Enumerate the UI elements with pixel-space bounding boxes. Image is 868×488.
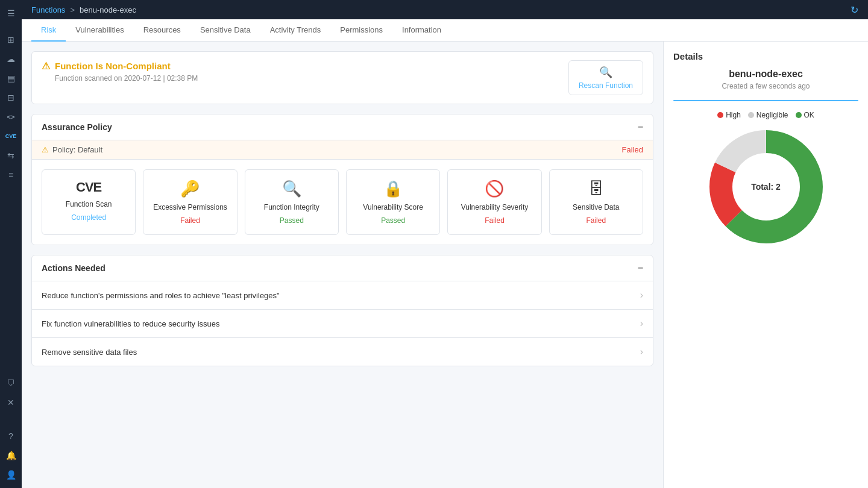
sidebar-code-icon[interactable]: <> bbox=[2, 108, 19, 125]
tab-permissions[interactable]: Permissions bbox=[330, 19, 392, 42]
check-cards-container: CVE Function Scan Completed 🔑 Excessive … bbox=[32, 160, 653, 245]
actions-needed-collapse-icon[interactable]: − bbox=[638, 263, 643, 274]
check-title-vulnerability-score: Vulnerability Score bbox=[363, 203, 423, 211]
check-card-function-integrity: 🔍 Function Integrity Passed bbox=[245, 169, 339, 235]
details-function-name: benu-node-exec bbox=[673, 69, 858, 80]
action-chevron-3: › bbox=[640, 346, 643, 357]
tab-bar: Risk Vulnerabilities Resources Sensitive… bbox=[22, 19, 868, 42]
sidebar-dashboard-icon[interactable]: ⊞ bbox=[2, 31, 19, 48]
top-header: Functions > benu-node-exec ↻ bbox=[22, 0, 868, 19]
check-title-excessive-permissions: Excessive Permissions bbox=[153, 203, 227, 211]
rescan-function-button[interactable]: 🔍 Rescan Function bbox=[568, 60, 643, 95]
alert-title-text: Function Is Non-Compliant bbox=[55, 61, 171, 71]
sidebar-user-icon[interactable]: 👤 bbox=[2, 466, 19, 483]
cve-icon: CVE bbox=[76, 180, 101, 195]
sidebar-share-icon[interactable]: ⇆ bbox=[2, 147, 19, 164]
check-card-sensitive-data: 🗄 Sensitive Data Failed bbox=[549, 169, 643, 235]
assurance-policy-title: Assurance Policy bbox=[42, 122, 112, 132]
sidebar-server-icon[interactable]: ▤ bbox=[2, 70, 19, 87]
block-icon: 🚫 bbox=[485, 180, 504, 198]
tab-information[interactable]: Information bbox=[392, 19, 451, 42]
legend-negligible: Negligible bbox=[748, 111, 788, 119]
check-status-function-integrity: Passed bbox=[280, 216, 304, 225]
donut-chart: Total: 2 bbox=[673, 127, 858, 247]
action-text-2: Fix function vulnerabilities to reduce s… bbox=[42, 319, 220, 328]
tab-risk[interactable]: Risk bbox=[31, 19, 66, 42]
check-card-vulnerability-score: 🔒 Vulnerability Score Passed bbox=[346, 169, 440, 235]
policy-name-text: Policy: Default bbox=[52, 145, 102, 154]
key-icon: 🔑 bbox=[180, 180, 200, 198]
details-created: Created a few seconds ago bbox=[673, 82, 858, 90]
sidebar-wrench-icon[interactable]: ✕ bbox=[2, 394, 19, 411]
action-item-2[interactable]: Fix function vulnerabilities to reduce s… bbox=[32, 310, 653, 338]
legend-label-high: High bbox=[726, 111, 741, 119]
donut-total-label: Total: 2 bbox=[751, 182, 781, 192]
sidebar-list-icon[interactable]: ≡ bbox=[2, 166, 19, 183]
check-status-function-scan: Completed bbox=[71, 213, 106, 222]
assurance-policy-header: Assurance Policy − bbox=[32, 114, 653, 140]
check-status-vulnerability-score: Passed bbox=[381, 216, 405, 225]
legend-ok: OK bbox=[796, 111, 814, 119]
sidebar-grid-icon[interactable]: ⊟ bbox=[2, 89, 19, 106]
content-area: ⚠ Function Is Non-Compliant Function sca… bbox=[22, 42, 868, 488]
warning-triangle-icon: ⚠ bbox=[42, 60, 50, 72]
main-content: Functions > benu-node-exec ↻ Risk Vulner… bbox=[22, 0, 868, 488]
breadcrumb-functions[interactable]: Functions bbox=[31, 5, 65, 14]
action-text-1: Reduce function's permissions and roles … bbox=[42, 291, 280, 300]
sidebar-shield-icon[interactable]: ⛉ bbox=[2, 375, 19, 392]
action-chevron-1: › bbox=[640, 290, 643, 301]
alert-subtitle: Function scanned on 2020-07-12 | 02:38 P… bbox=[55, 74, 198, 83]
sidebar-bell-icon[interactable]: 🔔 bbox=[2, 447, 19, 464]
alert-title: ⚠ Function Is Non-Compliant bbox=[42, 60, 198, 72]
check-status-sensitive-data: Failed bbox=[586, 216, 606, 225]
check-card-function-scan: CVE Function Scan Completed bbox=[42, 169, 136, 235]
legend-label-ok: OK bbox=[804, 111, 814, 119]
actions-needed-title: Actions Needed bbox=[42, 263, 105, 273]
sidebar-menu-icon[interactable]: ☰ bbox=[2, 5, 19, 22]
policy-warning-icon: ⚠ bbox=[42, 145, 49, 154]
tab-sensitive-data[interactable]: Sensitive Data bbox=[190, 19, 260, 42]
check-title-function-scan: Function Scan bbox=[66, 200, 112, 208]
action-item-1[interactable]: Reduce function's permissions and roles … bbox=[32, 281, 653, 310]
check-card-vulnerability-severity: 🚫 Vulnerability Severity Failed bbox=[447, 169, 541, 235]
legend-dot-negligible bbox=[748, 112, 754, 118]
lock-icon: 🔒 bbox=[383, 180, 403, 198]
sidebar-help-icon[interactable]: ? bbox=[2, 428, 19, 445]
check-status-vulnerability-severity: Failed bbox=[485, 216, 505, 225]
data-icon: 🗄 bbox=[588, 180, 604, 198]
rescan-label: Rescan Function bbox=[579, 81, 633, 90]
policy-name: ⚠ Policy: Default bbox=[42, 145, 102, 154]
alert-info: ⚠ Function Is Non-Compliant Function sca… bbox=[42, 60, 198, 83]
tab-resources[interactable]: Resources bbox=[134, 19, 190, 42]
legend-dot-ok bbox=[796, 112, 802, 118]
sidebar-cve-icon[interactable]: CVE bbox=[2, 128, 19, 145]
breadcrumb-separator: > bbox=[70, 5, 75, 14]
rescan-icon: 🔍 bbox=[599, 66, 612, 79]
legend-label-negligible: Negligible bbox=[756, 111, 788, 119]
details-panel: Details benu-node-exec Created a few sec… bbox=[663, 42, 868, 488]
sidebar-cloud-icon[interactable]: ☁ bbox=[2, 51, 19, 67]
actions-needed-header: Actions Needed − bbox=[32, 255, 653, 281]
action-chevron-2: › bbox=[640, 318, 643, 329]
actions-needed-section: Actions Needed − Reduce function's permi… bbox=[31, 255, 653, 366]
refresh-icon[interactable]: ↻ bbox=[851, 4, 858, 16]
action-text-3: Remove sensitive data files bbox=[42, 348, 137, 357]
policy-status-badge: Failed bbox=[622, 145, 643, 154]
check-card-excessive-permissions: 🔑 Excessive Permissions Failed bbox=[143, 169, 237, 235]
main-panel: ⚠ Function Is Non-Compliant Function sca… bbox=[22, 42, 663, 488]
tab-activity-trends[interactable]: Activity Trends bbox=[260, 19, 331, 42]
sidebar: ☰ ⊞ ☁ ▤ ⊟ <> CVE ⇆ ≡ ⛉ ✕ ? 🔔 👤 bbox=[0, 0, 22, 488]
search-lock-icon: 🔍 bbox=[282, 180, 301, 198]
assurance-policy-section: Assurance Policy − ⚠ Policy: Default Fai… bbox=[31, 114, 653, 245]
assurance-policy-collapse-icon[interactable]: − bbox=[638, 122, 643, 133]
alert-banner: ⚠ Function Is Non-Compliant Function sca… bbox=[31, 51, 653, 104]
policy-bar: ⚠ Policy: Default Failed bbox=[32, 140, 653, 160]
action-item-3[interactable]: Remove sensitive data files › bbox=[32, 338, 653, 366]
check-status-excessive-permissions: Failed bbox=[180, 216, 200, 225]
tab-vulnerabilities[interactable]: Vulnerabilities bbox=[66, 19, 133, 42]
legend-high: High bbox=[717, 111, 741, 119]
check-title-sensitive-data: Sensitive Data bbox=[573, 203, 619, 211]
check-title-function-integrity: Function Integrity bbox=[264, 203, 319, 211]
breadcrumb-current: benu-node-exec bbox=[80, 5, 136, 14]
check-title-vulnerability-severity: Vulnerability Severity bbox=[461, 203, 529, 211]
